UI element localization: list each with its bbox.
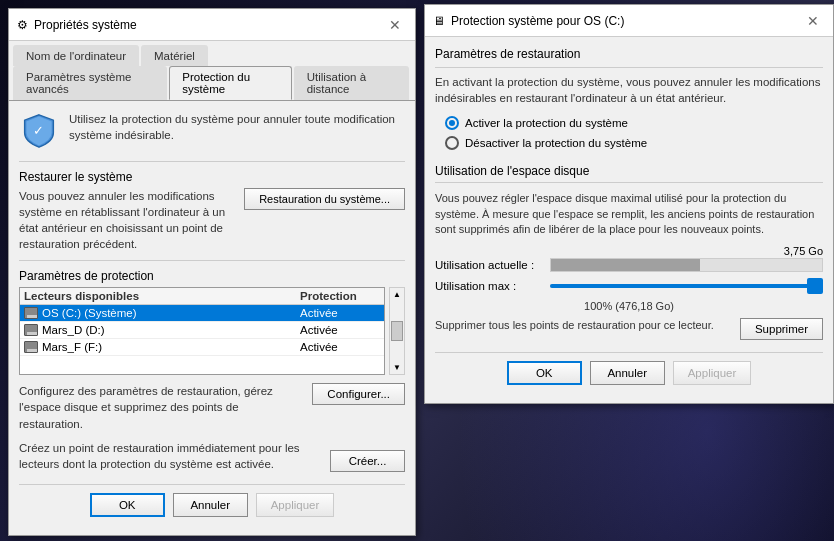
section-protection-header: Paramètres de protection: [19, 269, 405, 283]
drive-name-1: OS (C:) (Système): [24, 307, 300, 319]
divider-1: [19, 161, 405, 162]
radio-desactiver[interactable]: Désactiver la protection du système: [445, 136, 823, 150]
scrollbar[interactable]: ▲ ▼: [389, 287, 405, 375]
tab-materiel[interactable]: Matériel: [141, 45, 208, 66]
dialog-body-left: ✓ Utilisez la protection du système pour…: [9, 101, 415, 535]
table-row[interactable]: Mars_F (F:) Activée: [20, 339, 384, 356]
divider-2: [19, 260, 405, 261]
disk-section-title: Utilisation de l'espace disque: [435, 164, 823, 178]
info-text: Utilisez la protection du système pour a…: [69, 111, 405, 143]
current-bar-fill: [551, 259, 700, 271]
current-label: Utilisation actuelle :: [435, 259, 550, 271]
footer-left: OK Annuler Appliquer: [19, 484, 405, 525]
disk-divider: [435, 182, 823, 183]
section-restaurer-header: Restaurer le système: [19, 170, 405, 184]
drive-name-3: Mars_F (F:): [24, 341, 300, 353]
title-bar-right: 🖥 Protection système pour OS (C:) ✕: [425, 5, 833, 37]
ok-button-left[interactable]: OK: [90, 493, 165, 517]
divider-right-1: [435, 67, 823, 68]
configurer-button[interactable]: Configurer...: [312, 383, 405, 405]
close-button-left[interactable]: ✕: [383, 15, 407, 35]
radio-activer[interactable]: Activer la protection du système: [445, 116, 823, 130]
protection-1: Activée: [300, 307, 380, 319]
tab-nom-ordinateur[interactable]: Nom de l'ordinateur: [13, 45, 139, 66]
svg-text:✓: ✓: [34, 124, 45, 138]
drive-icon-2: [24, 324, 38, 336]
annuler-button-right[interactable]: Annuler: [590, 361, 665, 385]
protection-2: Activée: [300, 324, 380, 336]
info-row: ✓ Utilisez la protection du système pour…: [19, 111, 405, 151]
max-label: Utilisation max :: [435, 280, 550, 292]
table-row[interactable]: Mars_D (D:) Activée: [20, 322, 384, 339]
drive-icon-1: [24, 307, 38, 319]
radio-group: Activer la protection du système Désacti…: [445, 116, 823, 150]
col-protection: Protection: [300, 290, 380, 302]
drives-table[interactable]: Lecteurs disponibles Protection OS (C:) …: [19, 287, 385, 375]
appliquer-button-left[interactable]: Appliquer: [256, 493, 335, 517]
percent-label: 100% (476,18 Go): [435, 300, 823, 312]
drive-icon-title: 🖥: [433, 14, 445, 28]
title-bar-left: ⚙ Propriétés système ✕: [9, 9, 415, 41]
close-button-right[interactable]: ✕: [801, 11, 825, 31]
appliquer-button-right[interactable]: Appliquer: [673, 361, 752, 385]
slider-thumb[interactable]: [807, 278, 823, 294]
protection-3: Activée: [300, 341, 380, 353]
slider-track: [550, 284, 823, 288]
drive-icon-3: [24, 341, 38, 353]
configure-desc: Configurez des paramètres de restauratio…: [19, 383, 302, 431]
create-desc: Créez un point de restauration immédiate…: [19, 440, 320, 472]
tab-protection-systeme[interactable]: Protection du système: [169, 66, 291, 100]
max-usage-row: Utilisation max :: [435, 276, 823, 296]
annuler-button-left[interactable]: Annuler: [173, 493, 248, 517]
creer-button[interactable]: Créer...: [330, 450, 405, 472]
current-usage-row: Utilisation actuelle :: [435, 258, 823, 272]
tab-bar-left: Nom de l'ordinateur Matériel Paramètres …: [9, 41, 415, 101]
title-icon-left: ⚙: [17, 18, 28, 32]
radio-desactiver-circle: [445, 136, 459, 150]
tab-parametres-avances[interactable]: Paramètres système avancés: [13, 66, 167, 100]
ok-button-right[interactable]: OK: [507, 361, 582, 385]
current-value-label: 3,75 Go: [784, 245, 823, 257]
current-bar: [550, 258, 823, 272]
tab-utilisation-distance[interactable]: Utilisation à distance: [294, 66, 409, 100]
disk-section: Utilisation de l'espace disque Vous pouv…: [435, 164, 823, 340]
dialog-body-right: Paramètres de restauration En activant l…: [425, 37, 833, 403]
slider-container[interactable]: [550, 276, 823, 296]
dialog-protection-os: 🖥 Protection système pour OS (C:) ✕ Para…: [424, 4, 834, 404]
dialog-proprietes-systeme: ⚙ Propriétés système ✕ Nom de l'ordinate…: [8, 8, 416, 536]
restaurer-desc: Vous pouvez annuler les modifications sy…: [19, 188, 234, 252]
title-right: 🖥 Protection système pour OS (C:): [433, 14, 624, 28]
section-restauration-title: Paramètres de restauration: [435, 47, 823, 61]
footer-right: OK Annuler Appliquer: [435, 352, 823, 393]
radio-activer-circle: [445, 116, 459, 130]
table-header: Lecteurs disponibles Protection: [20, 288, 384, 305]
title-left: ⚙ Propriétés système: [17, 18, 137, 32]
restauration-desc: En activant la protection du système, vo…: [435, 74, 823, 106]
shield-icon: ✓: [21, 113, 57, 149]
disk-desc: Vous pouvez régler l'espace disque maxim…: [435, 191, 823, 237]
col-lecteurs: Lecteurs disponibles: [24, 290, 300, 302]
slider-fill: [550, 284, 823, 288]
tab-row-2: Paramètres système avancés Protection du…: [9, 66, 415, 101]
shield-icon-container: ✓: [19, 111, 59, 151]
suppress-row: Supprimer tous les points de restauratio…: [435, 318, 823, 340]
table-row[interactable]: OS (C:) (Système) Activée: [20, 305, 384, 322]
restauration-button[interactable]: Restauration du système...: [244, 188, 405, 210]
drive-name-2: Mars_D (D:): [24, 324, 300, 336]
supprimer-button[interactable]: Supprimer: [740, 318, 823, 340]
suppress-text: Supprimer tous les points de restauratio…: [435, 318, 730, 333]
tab-row-1: Nom de l'ordinateur Matériel: [9, 41, 415, 66]
